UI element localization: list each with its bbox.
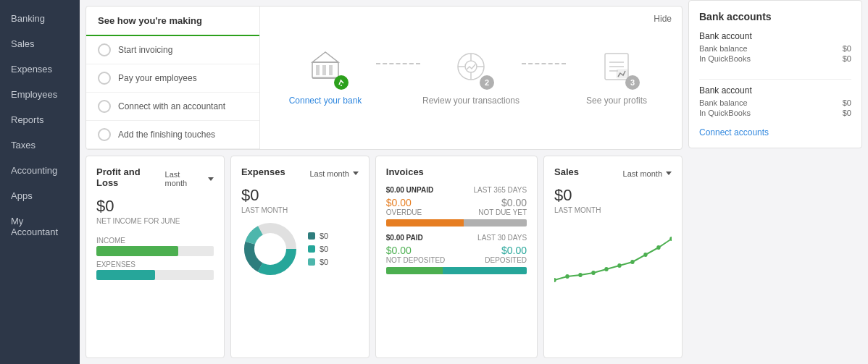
svg-point-22	[254, 233, 286, 265]
setup-step-finishing[interactable]: Add the finishing touches	[86, 121, 259, 149]
bank-card-title: Bank accounts	[699, 11, 851, 22]
inv-unpaid-label: $0.00 UNPAID	[386, 186, 433, 194]
sidebar-item-apps[interactable]: Apps	[0, 183, 80, 208]
setup-steps-list: See how you're making Start invoicing Pa…	[86, 7, 260, 149]
inv-deposited-amount: $0.00	[485, 245, 527, 256]
bank-account-2-qb-label: In QuickBooks	[699, 109, 751, 117]
sales-sparkline	[554, 226, 672, 286]
exp-period: LAST MONTH	[241, 206, 359, 214]
visual-step-3: 3 See your profits	[566, 43, 667, 106]
inv-header: Invoices	[386, 166, 527, 180]
svg-point-23	[554, 278, 556, 282]
pl-filter[interactable]: Last month	[165, 170, 214, 187]
dotted-line-2	[522, 63, 566, 64]
svg-point-25	[578, 273, 582, 277]
invoices-card: Invoices $0.00 UNPAID LAST 365 DAYS $0.0…	[375, 156, 538, 358]
inv-paid-period: LAST 30 DAYS	[477, 234, 527, 242]
inv-paid-section: $0.00 PAID LAST 30 DAYS $0.00 NOT DEPOSI…	[386, 234, 527, 274]
legend-item-2: $0	[308, 245, 328, 253]
bank-account-1-qb-label: In QuickBooks	[699, 54, 751, 63]
bank-divider	[699, 79, 851, 80]
bank-account-1-qb-row: In QuickBooks $0	[699, 54, 851, 63]
inv-deposited-fill	[443, 267, 527, 274]
inv-unpaid-section: $0.00 UNPAID LAST 365 DAYS $0.00 OVERDUE…	[386, 186, 527, 227]
sales-filter-arrow	[666, 172, 672, 175]
sales-card: Sales Last month $0 LAST MONTH	[543, 156, 683, 358]
donut-chart	[241, 220, 299, 278]
svg-point-28	[617, 263, 621, 268]
svg-point-29	[630, 260, 634, 264]
sidebar-item-sales[interactable]: Sales	[0, 31, 80, 56]
svg-rect-3	[322, 65, 326, 75]
inv-overdue-label: OVERDUE	[386, 208, 422, 216]
pl-title: Profit and Loss	[96, 166, 165, 188]
step-badge-3: 3	[625, 75, 640, 90]
setup-step-invoicing[interactable]: Start invoicing	[86, 36, 259, 64]
step-circle-invoicing	[98, 43, 111, 56]
sidebar-item-label: Taxes	[11, 140, 36, 151]
exp-filter[interactable]: Last month	[309, 169, 358, 178]
setup-step-employees[interactable]: Pay your employees	[86, 64, 259, 93]
setup-step-accountant[interactable]: Connect with an accountant	[86, 93, 259, 121]
inv-overdue-fill	[386, 219, 464, 227]
inv-overdue-amount: $0.00	[386, 197, 422, 208]
pl-amount: $0	[96, 197, 214, 216]
pl-expense-bar: EXPENSES	[96, 261, 214, 280]
sidebar-item-label: Employees	[11, 89, 57, 100]
step-circle-accountant	[98, 100, 111, 113]
pl-expense-label: EXPENSES	[96, 261, 214, 268]
profit-loss-card: Profit and Loss Last month $0 NET INCOME…	[85, 156, 225, 358]
step-badge-1	[334, 75, 349, 90]
bank-account-2-balance-row: Bank balance $0	[699, 98, 851, 107]
bank-account-1-balance-value: $0	[843, 44, 851, 53]
sidebar-item-label: Accounting	[11, 165, 57, 176]
pl-filter-arrow	[208, 177, 214, 181]
sidebar-item-label: Sales	[11, 38, 35, 49]
connect-accounts-link[interactable]: Connect accounts	[699, 127, 851, 137]
sidebar-item-employees[interactable]: Employees	[0, 82, 80, 107]
sidebar-item-taxes[interactable]: Taxes	[0, 132, 80, 158]
inv-notdeposited-label: NOT DEPOSITED	[386, 256, 446, 264]
visual-step-label-1[interactable]: Connect your bank	[289, 96, 362, 106]
sidebar-item-accounting[interactable]: Accounting	[0, 158, 80, 183]
step-circle-finishing	[98, 128, 111, 141]
sidebar-item-banking[interactable]: Banking	[0, 6, 80, 31]
sidebar-item-expenses[interactable]: Expenses	[0, 56, 80, 82]
exp-header: Expenses Last month	[241, 166, 359, 180]
visual-step-1: Connect your bank	[275, 43, 376, 106]
bank-account-1-name: Bank account	[699, 31, 851, 41]
svg-marker-1	[312, 52, 338, 62]
svg-point-26	[591, 271, 595, 275]
pl-bars: INCOME EXPENSES	[96, 237, 214, 280]
pl-expense-fill	[96, 270, 155, 280]
bank-accounts-card: Bank accounts Bank account Bank balance …	[688, 0, 862, 148]
bank-account-2-balance-label: Bank balance	[699, 98, 748, 107]
hide-button[interactable]: Hide	[654, 14, 672, 24]
bank-account-2-balance-value: $0	[843, 98, 851, 107]
inv-notdue-label: NOT DUE YET	[478, 208, 527, 216]
main-content: See how you're making Start invoicing Pa…	[80, 0, 688, 364]
inv-unpaid-period: LAST 365 DAYS	[474, 186, 527, 194]
svg-point-31	[656, 245, 660, 250]
sidebar-item-label: My Accountant	[11, 216, 58, 237]
sales-filter[interactable]: Last month	[623, 169, 672, 178]
visual-step-label-2: Review your transactions	[422, 96, 519, 106]
bank-account-1-balance-label: Bank balance	[699, 44, 748, 53]
sidebar-item-accountant[interactable]: My Accountant	[0, 208, 80, 245]
pl-income-bar: INCOME	[96, 237, 214, 256]
bank-account-2-qb-row: In QuickBooks $0	[699, 109, 851, 117]
bank-account-2-qb-value: $0	[843, 109, 851, 117]
legend-dot-1	[308, 232, 315, 240]
exp-amount: $0	[241, 186, 359, 205]
bank-account-2: Bank account Bank balance $0 In QuickBoo…	[699, 85, 851, 119]
inv-paid-bar	[386, 267, 527, 274]
svg-rect-2	[316, 65, 320, 75]
svg-rect-4	[329, 65, 333, 75]
step-circle-employees	[98, 72, 111, 85]
sidebar-item-reports[interactable]: Reports	[0, 107, 80, 132]
svg-point-27	[604, 267, 608, 271]
pl-header: Profit and Loss Last month	[96, 166, 214, 191]
sales-period: LAST MONTH	[554, 206, 672, 214]
pl-income-label: INCOME	[96, 237, 214, 245]
bank-icon	[302, 43, 349, 90]
